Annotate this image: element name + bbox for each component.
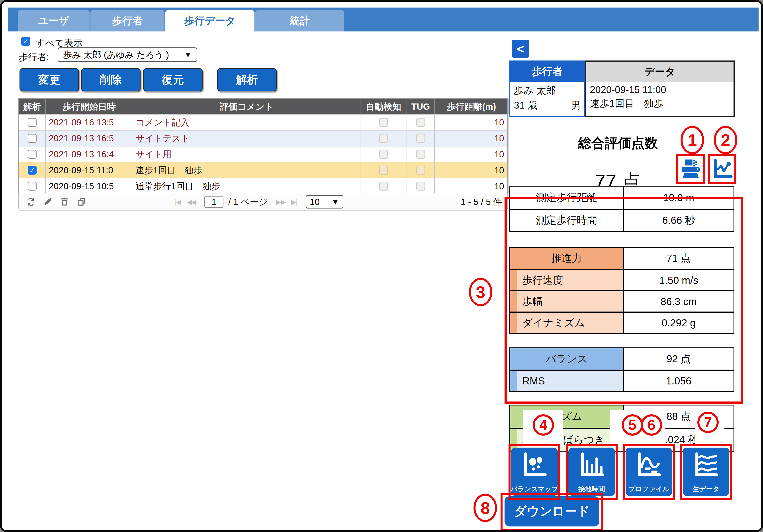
- walker-card-header: 歩行者: [510, 61, 584, 82]
- row-distance: 10: [435, 146, 508, 162]
- delete-button[interactable]: 削除: [81, 68, 141, 91]
- annotation-number-5: 5: [622, 414, 643, 436]
- walker-select-value: 歩み 太郎 (あゆみ たろう ): [63, 49, 169, 61]
- row-tug-checkbox: [416, 166, 425, 175]
- tab-gait-data[interactable]: 歩行データ: [165, 10, 255, 32]
- gait-data-table: 解析 歩行開始日時 評価コメント 自動検知 TUG 歩行距離(m) 2021-0…: [18, 98, 508, 195]
- walk-speed-label: 歩行速度: [517, 270, 623, 290]
- row-analyze-checkbox[interactable]: [28, 134, 37, 143]
- tab-user-label: ユーザ: [38, 14, 69, 28]
- indent-strip: [510, 371, 517, 391]
- rms-label: RMS: [517, 371, 623, 391]
- data-session-label: 速歩1回目 独歩: [590, 97, 730, 110]
- table-pager: |◀ ◀◀ 1 / 1 ページ ▶▶ ▶| 10 ▼ 1 - 5 / 5 件: [18, 193, 508, 211]
- show-all-checkbox[interactable]: ✓: [21, 37, 30, 45]
- table-row-selected[interactable]: ✓ 2020-09-15 11:0 速歩1回目 独歩 10: [19, 162, 507, 178]
- propulsion-header: 推進力: [510, 248, 623, 269]
- pager-page-input[interactable]: 1: [204, 196, 223, 208]
- restore-button[interactable]: 復元: [143, 68, 203, 91]
- copy-icon[interactable]: [76, 197, 86, 207]
- annotation-number-7: 7: [698, 412, 719, 433]
- row-analyze-checkbox[interactable]: [28, 150, 37, 159]
- pager-first-button[interactable]: |◀: [175, 198, 181, 206]
- pager-prev-button[interactable]: ◀◀: [187, 198, 196, 206]
- row-comment: サイト用: [133, 146, 361, 162]
- pager-page-count-label: / 1 ページ: [228, 196, 268, 208]
- col-header-start-datetime: 歩行開始日時: [46, 99, 133, 114]
- col-header-auto-detect: 自動検知: [361, 99, 407, 114]
- measure-time-value: 6.66 秒: [623, 210, 733, 231]
- row-start-datetime: 2020-09-15 10:5: [46, 178, 133, 194]
- walker-card: 歩行者 歩み 太郎 31 歳 男: [509, 60, 585, 117]
- print-button[interactable]: [679, 157, 702, 181]
- balance-map-button[interactable]: バランスマップ: [511, 448, 558, 496]
- table-row[interactable]: 2021-09-13 16:4 サイト用 10: [19, 146, 507, 162]
- annotation-number-6: 6: [641, 414, 662, 436]
- row-auto-detect-checkbox: [379, 182, 388, 191]
- table-row[interactable]: 2020-09-15 10:5 通常歩行1回目 独歩 10: [19, 178, 507, 194]
- analyze-button[interactable]: 解析: [217, 68, 276, 91]
- walker-name: 歩み 太郎: [514, 84, 581, 97]
- contact-time-button[interactable]: 接地時間: [568, 448, 615, 496]
- row-analyze-checkbox[interactable]: [28, 118, 37, 127]
- annotation-number-3: 3: [469, 278, 492, 306]
- tab-walker-label: 歩行者: [112, 14, 143, 28]
- change-button[interactable]: 変更: [20, 68, 79, 91]
- indent-strip: [510, 291, 517, 311]
- row-analyze-checkbox[interactable]: [28, 182, 37, 191]
- balance-map-label: バランスマップ: [511, 485, 558, 494]
- pager-page-size-select[interactable]: 10 ▼: [306, 195, 343, 209]
- row-start-datetime: 2020-09-15 11:0: [46, 162, 133, 178]
- download-button[interactable]: ダウンロード: [504, 496, 600, 526]
- indent-strip: [510, 270, 517, 290]
- balance-table: バランス 92 点 RMS 1.056: [509, 347, 734, 392]
- profile-button[interactable]: プロファイル: [625, 448, 672, 496]
- pager-next-button[interactable]: ▶▶: [276, 198, 285, 206]
- tab-stats[interactable]: 統計: [255, 10, 344, 32]
- row-auto-detect-checkbox: [379, 118, 388, 127]
- back-button[interactable]: <: [512, 40, 529, 57]
- pager-range-label: 1 - 5 / 5 件: [461, 196, 502, 208]
- row-auto-detect-checkbox: [379, 150, 388, 159]
- annotation-number-4: 4: [533, 414, 554, 436]
- printer-icon: [680, 158, 702, 179]
- balance-score: 92 点: [623, 348, 733, 370]
- overall-score-title: 総合評価点数: [547, 134, 689, 152]
- table-header-row: 解析 歩行開始日時 評価コメント 自動検知 TUG 歩行距離(m): [19, 99, 507, 114]
- dynamism-label: ダイナミズム: [517, 312, 623, 333]
- data-datetime: 2020-09-15 11:00: [590, 84, 730, 95]
- indent-strip: [510, 312, 517, 333]
- measure-time-label: 測定歩行時間: [510, 210, 623, 231]
- propulsion-table: 推進力 71 点 歩行速度 1.50 m/s 歩幅 86.3 cm ダイナミズム…: [509, 247, 734, 334]
- col-header-distance: 歩行距離(m): [435, 99, 508, 114]
- col-header-analyze: 解析: [19, 99, 46, 114]
- annotation-number-8: 8: [474, 494, 497, 522]
- tab-user[interactable]: ユーザ: [18, 10, 89, 32]
- waveform-icon: [692, 451, 720, 480]
- row-distance: 10: [435, 115, 508, 130]
- walker-select[interactable]: 歩み 太郎 (あゆみ たろう ) ▼: [57, 47, 197, 62]
- data-card: データ 2020-09-15 11:00 速歩1回目 独歩: [585, 60, 735, 117]
- row-analyze-checkbox[interactable]: ✓: [28, 166, 37, 175]
- tab-walker[interactable]: 歩行者: [90, 10, 164, 32]
- edit-pencil-icon[interactable]: [43, 197, 53, 207]
- balance-map-icon: [520, 451, 549, 480]
- trash-icon[interactable]: [59, 197, 69, 207]
- row-comment: サイトテスト: [133, 131, 361, 146]
- check-icon: ✓: [23, 38, 28, 45]
- raw-data-button[interactable]: 生データ: [683, 448, 729, 496]
- measure-distance-label: 測定歩行距離: [510, 187, 623, 209]
- row-start-datetime: 2021-09-16 13:5: [46, 115, 133, 130]
- pager-last-button[interactable]: ▶|: [291, 198, 297, 206]
- stride-label: 歩幅: [517, 291, 623, 311]
- row-tug-checkbox: [416, 150, 425, 159]
- trend-chart-button[interactable]: [711, 157, 734, 181]
- table-row[interactable]: 2021-09-16 13:5 コメント記入 10: [19, 114, 507, 130]
- row-auto-detect-checkbox: [379, 166, 388, 175]
- analyze-button-label: 解析: [236, 72, 258, 87]
- table-row[interactable]: 2021-09-13 16:5 サイトテスト 10: [19, 130, 507, 146]
- caret-down-icon: ▼: [332, 198, 339, 206]
- tab-stats-label: 統計: [289, 14, 310, 28]
- refresh-icon[interactable]: [26, 197, 36, 207]
- bar-chart-icon: [577, 451, 606, 480]
